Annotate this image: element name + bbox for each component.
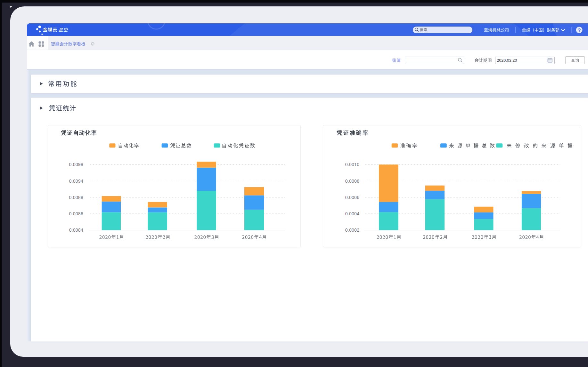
svg-text:0.0094: 0.0094 xyxy=(69,179,83,184)
svg-text:0.0098: 0.0098 xyxy=(69,162,83,167)
svg-text:0.0008: 0.0008 xyxy=(345,179,360,184)
svg-text:0.0002: 0.0002 xyxy=(345,227,360,233)
svg-text:0.0086: 0.0086 xyxy=(69,211,83,216)
svg-text:0.0088: 0.0088 xyxy=(69,195,83,200)
svg-text:0.0084: 0.0084 xyxy=(69,227,83,233)
svg-text:0.0004: 0.0004 xyxy=(345,211,360,216)
svg-text:?: ? xyxy=(578,27,581,33)
svg-text:0.0006: 0.0006 xyxy=(345,195,360,200)
svg-text:0.0010: 0.0010 xyxy=(345,162,360,167)
